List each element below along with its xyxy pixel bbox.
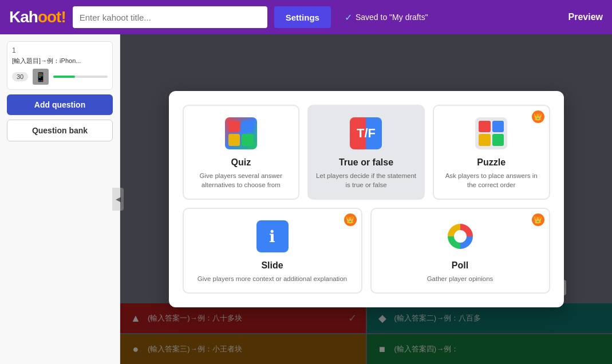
puzzle-cell-2	[492, 121, 504, 133]
tof-icon-container: T/F	[348, 115, 384, 152]
saved-text: Saved to "My drafts"	[356, 13, 428, 22]
question-type-modal: Quiz Give players several answer alterna…	[169, 91, 564, 307]
question-image-thumb: 📱	[33, 69, 49, 85]
modal-overlay: Quiz Give players several answer alterna…	[120, 34, 612, 364]
slide-card[interactable]: 👑 ℹ Slide Give players more context or a…	[183, 208, 362, 294]
settings-button[interactable]: Settings	[274, 6, 331, 28]
question-number: 1	[12, 46, 108, 54]
puzzle-icon-container	[473, 115, 510, 152]
puzzle-title: Puzzle	[477, 157, 506, 168]
question-title: [輸入題目]→例：iPhon...	[12, 57, 108, 65]
poll-desc: Gather player opinions	[427, 274, 493, 283]
content-area: ⏱ ⬚ Remove ◀── 1000 ──▶ ▲ (輸入答案一)→例：八十多块…	[120, 34, 612, 364]
logo: Kahoot!	[9, 8, 66, 26]
poll-icon-container	[442, 218, 479, 255]
question-slider	[53, 76, 108, 78]
puzzle-cell-4	[492, 134, 504, 146]
quiz-icon	[225, 117, 257, 149]
poll-premium-badge: 👑	[532, 213, 544, 226]
puzzle-cell-1	[479, 121, 491, 133]
question-bank-button[interactable]: Question bank	[7, 120, 113, 141]
slide-desc: Give players more context or additional …	[198, 274, 347, 283]
poll-donut-inner	[454, 230, 467, 243]
poll-title: Poll	[452, 260, 468, 271]
puzzle-card[interactable]: 👑 Puzzle Ask players to place answers in…	[433, 105, 550, 200]
puzzle-premium-badge: 👑	[532, 110, 544, 123]
puzzle-cell-3	[479, 134, 491, 146]
true-or-false-card[interactable]: T/F True or false Let players decide if …	[307, 105, 425, 200]
puzzle-icon	[475, 117, 507, 149]
modal-top-row: Quiz Give players several answer alterna…	[183, 105, 550, 200]
add-question-button[interactable]: Add question	[7, 94, 113, 115]
slide-premium-badge: 👑	[344, 213, 357, 226]
sidebar: 1 [輸入題目]→例：iPhon... 30 📱 Add question Qu…	[0, 34, 120, 364]
title-input[interactable]	[73, 6, 267, 28]
quiz-cell-red	[228, 121, 240, 133]
quiz-cell-green	[242, 134, 254, 146]
slide-icon-container: ℹ	[254, 218, 291, 255]
quiz-cell-blue	[242, 121, 254, 133]
preview-button[interactable]: Preview	[568, 12, 603, 22]
logo-accent: oot!	[38, 8, 66, 26]
quiz-icon-container	[223, 115, 259, 152]
saved-status: ✓ Saved to "My drafts"	[345, 12, 428, 23]
modal-bottom-row: 👑 ℹ Slide Give players more context or a…	[183, 208, 550, 294]
puzzle-desc: Ask players to place answers in the corr…	[441, 171, 542, 189]
tof-icon: T/F	[350, 117, 382, 149]
tof-desc: Let players decide if the statement is t…	[315, 171, 417, 189]
poll-card[interactable]: 👑 Poll Gather player opinions	[370, 208, 550, 294]
main-area: 1 [輸入題目]→例：iPhon... 30 📱 Add question Qu…	[0, 34, 612, 364]
saved-check-icon: ✓	[345, 12, 352, 23]
question-slider-fill	[53, 76, 75, 78]
quiz-card[interactable]: Quiz Give players several answer alterna…	[183, 105, 300, 200]
quiz-title: Quiz	[231, 157, 251, 168]
question-meta: 30 📱	[12, 69, 108, 85]
tof-title: True or false	[339, 157, 393, 168]
header: Kahoot! Settings ✓ Saved to "My drafts" …	[0, 0, 612, 34]
question-points: 30	[12, 72, 28, 81]
question-item: 1 [輸入題目]→例：iPhon... 30 📱	[7, 41, 113, 90]
quiz-desc: Give players several answer alternatives…	[191, 171, 292, 189]
poll-icon	[448, 224, 473, 249]
slide-title: Slide	[261, 260, 283, 271]
slide-icon: ℹ	[256, 220, 289, 252]
quiz-cell-yellow	[228, 134, 240, 146]
